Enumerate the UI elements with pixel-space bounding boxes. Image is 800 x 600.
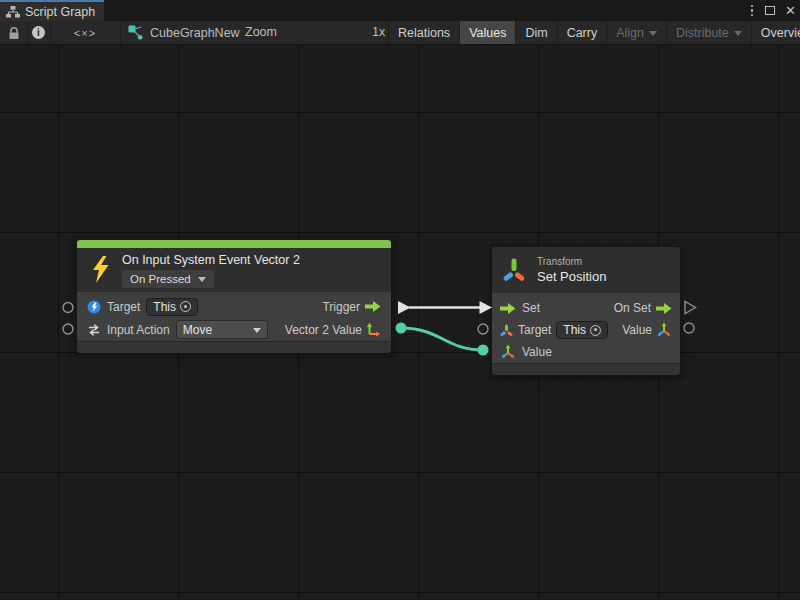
target-port-label: Target [107,300,140,314]
set-position-footer [492,363,680,375]
flow-arrow-icon [500,302,516,315]
event-node-accent-bar [77,240,391,248]
chevron-down-icon [198,277,206,282]
maximize-icon[interactable] [765,6,775,15]
event-node-footer [77,341,391,353]
target-this-chip[interactable]: This [146,298,198,316]
set-position-category: Transform [537,256,582,267]
lock-button[interactable] [0,21,27,44]
value-out-port-label: Value [622,323,652,337]
carry-button[interactable]: Carry [557,21,607,44]
graph-asset-icon [128,25,143,40]
dim-button[interactable]: Dim [515,21,556,44]
zoom-label: Zoom [245,25,277,39]
relations-button[interactable]: Relations [388,21,459,44]
align-button: Align [606,21,666,44]
lock-icon [8,26,20,40]
transform-icon [503,258,525,282]
lightning-bolt-icon [91,256,110,283]
input-action-dropdown[interactable]: Move [176,320,268,339]
overview-button[interactable]: Overview [751,21,800,44]
chevron-down-icon [734,31,742,36]
chevron-down-icon [253,328,261,333]
window-menu-icon[interactable] [749,3,756,19]
graph-canvas[interactable]: On Input System Event Vector 2 On Presse… [0,45,800,600]
set-position-title: Set Position [537,269,606,284]
transform-mini-icon [500,324,513,337]
set-position-body: Set On Set [492,293,680,363]
event-node-title: On Input System Event Vector 2 [122,253,300,267]
code-view-button[interactable]: <×> [50,21,120,44]
graph-name-label: CubeGraphNew [150,26,240,40]
input-action-port-label: Input Action [107,323,170,337]
set-port-label: Set [522,301,540,315]
values-button[interactable]: Values [459,21,515,44]
zoom-value: 1x [372,25,385,39]
script-graph-window: Script Graph ✕ i <×> [0,0,800,600]
tab-bar: Script Graph ✕ [0,0,800,21]
event-mode-dropdown[interactable]: On Pressed [122,270,214,288]
graph-hierarchy-icon [6,6,20,18]
trigger-port-label: Trigger [322,300,360,314]
info-icon: i [32,26,45,39]
tab-title: Script Graph [25,5,95,19]
event-node-header: On Input System Event Vector 2 On Presse… [77,248,391,292]
on-set-port-label: On Set [614,301,651,315]
window-controls: ✕ [749,0,796,21]
distribute-button: Distribute [666,21,751,44]
chevron-down-icon [649,31,657,36]
value-in-port-label: Value [522,345,552,359]
vector2-port-label: Vector 2 Value [285,323,362,337]
code-view-icon: <×> [74,27,96,39]
flow-arrow-icon [656,302,672,315]
close-icon[interactable]: ✕ [785,4,796,17]
vector3-icon [656,322,672,338]
node-on-input-system-event[interactable]: On Input System Event Vector 2 On Presse… [77,240,391,353]
graph-toolbar: i <×> CubeGraphNew Zoom 1x Relations Val… [0,21,800,45]
target-port-label: Target [518,323,551,337]
info-button[interactable]: i [27,21,50,44]
vector3-icon [500,344,516,360]
toolbar-right-buttons: Relations Values Dim Carry Align Distrib… [388,21,800,44]
set-position-header: Transform Set Position [492,247,680,293]
object-picker-icon[interactable] [590,325,601,336]
graph-breadcrumb[interactable]: CubeGraphNew [128,21,240,44]
input-action-icon [87,323,101,337]
target-this-chip[interactable]: This [556,321,608,339]
tab-script-graph[interactable]: Script Graph [0,0,104,21]
object-picker-icon[interactable] [180,301,191,312]
event-node-body: Target This Trigger [77,292,391,341]
node-set-position[interactable]: Transform Set Position Set On Set [492,247,680,375]
flow-arrow-icon [365,300,381,313]
vector2-icon [366,322,381,337]
game-object-icon [87,300,101,314]
